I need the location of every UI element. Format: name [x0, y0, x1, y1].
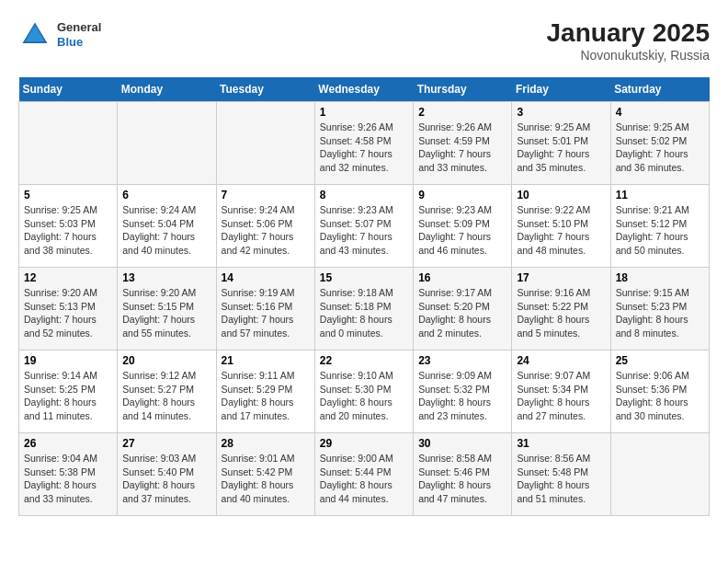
day-detail: Sunrise: 9:20 AMSunset: 5:15 PMDaylight:…: [122, 286, 210, 340]
day-detail: Sunrise: 9:15 AMSunset: 5:23 PMDaylight:…: [616, 286, 704, 340]
calendar-week-row: 19Sunrise: 9:14 AMSunset: 5:25 PMDayligh…: [19, 350, 710, 433]
day-detail: Sunrise: 9:23 AMSunset: 5:07 PMDaylight:…: [320, 203, 408, 258]
day-detail: Sunrise: 9:25 AMSunset: 5:02 PMDaylight:…: [616, 121, 704, 175]
day-number: 13: [122, 271, 210, 284]
svg-marker-1: [25, 25, 45, 41]
calendar-cell: 21Sunrise: 9:11 AMSunset: 5:29 PMDayligh…: [216, 350, 314, 433]
calendar-cell: [610, 433, 709, 516]
weekday-header: Saturday: [610, 77, 709, 102]
calendar-cell: 16Sunrise: 9:17 AMSunset: 5:20 PMDayligh…: [414, 268, 512, 350]
day-detail: Sunrise: 9:23 AMSunset: 5:09 PMDaylight:…: [418, 203, 506, 258]
calendar-cell: 6Sunrise: 9:24 AMSunset: 5:04 PMDaylight…: [118, 185, 216, 268]
weekday-header: Wednesday: [314, 77, 413, 102]
day-detail: Sunrise: 8:56 AMSunset: 5:48 PMDaylight:…: [517, 452, 605, 506]
calendar-cell: 27Sunrise: 9:03 AMSunset: 5:40 PMDayligh…: [118, 433, 216, 516]
calendar-cell: 3Sunrise: 9:25 AMSunset: 5:01 PMDaylight…: [512, 102, 610, 185]
day-detail: Sunrise: 9:09 AMSunset: 5:32 PMDaylight:…: [418, 369, 506, 423]
day-detail: Sunrise: 9:21 AMSunset: 5:12 PMDaylight:…: [616, 203, 704, 258]
calendar-cell: 1Sunrise: 9:26 AMSunset: 4:58 PMDaylight…: [314, 102, 413, 185]
day-detail: Sunrise: 9:11 AMSunset: 5:29 PMDaylight:…: [222, 369, 310, 423]
weekday-header: Monday: [118, 77, 216, 102]
day-detail: Sunrise: 9:26 AMSunset: 4:58 PMDaylight:…: [320, 121, 408, 175]
calendar-cell: 23Sunrise: 9:09 AMSunset: 5:32 PMDayligh…: [414, 350, 512, 433]
calendar-cell: [19, 102, 118, 185]
calendar-cell: 26Sunrise: 9:04 AMSunset: 5:38 PMDayligh…: [19, 433, 118, 516]
day-detail: Sunrise: 9:19 AMSunset: 5:16 PMDaylight:…: [222, 286, 310, 340]
day-number: 1: [320, 106, 408, 119]
weekday-header: Sunday: [19, 77, 118, 102]
calendar-cell: 2Sunrise: 9:26 AMSunset: 4:59 PMDaylight…: [414, 102, 512, 185]
day-number: 9: [418, 189, 506, 201]
calendar-cell: 13Sunrise: 9:20 AMSunset: 5:15 PMDayligh…: [118, 268, 216, 350]
calendar-cell: 15Sunrise: 9:18 AMSunset: 5:18 PMDayligh…: [314, 268, 413, 350]
calendar-cell: 19Sunrise: 9:14 AMSunset: 5:25 PMDayligh…: [19, 350, 118, 433]
weekday-header: Thursday: [414, 77, 512, 102]
logo-text: General Blue: [57, 20, 101, 49]
day-number: 22: [320, 354, 408, 367]
day-number: 23: [418, 354, 506, 367]
calendar-cell: 10Sunrise: 9:22 AMSunset: 5:10 PMDayligh…: [512, 185, 610, 268]
day-number: 16: [418, 271, 506, 284]
calendar-cell: 12Sunrise: 9:20 AMSunset: 5:13 PMDayligh…: [19, 268, 118, 350]
calendar-cell: 28Sunrise: 9:01 AMSunset: 5:42 PMDayligh…: [216, 433, 314, 516]
day-detail: Sunrise: 9:20 AMSunset: 5:13 PMDaylight:…: [24, 286, 112, 340]
calendar-cell: 18Sunrise: 9:15 AMSunset: 5:23 PMDayligh…: [610, 268, 709, 350]
weekday-header-row: SundayMondayTuesdayWednesdayThursdayFrid…: [19, 77, 710, 102]
day-detail: Sunrise: 9:04 AMSunset: 5:38 PMDaylight:…: [24, 452, 112, 506]
day-number: 4: [616, 106, 704, 119]
day-number: 25: [616, 354, 704, 367]
day-detail: Sunrise: 9:25 AMSunset: 5:03 PMDaylight:…: [24, 203, 112, 258]
day-number: 12: [24, 271, 112, 284]
calendar-cell: 31Sunrise: 8:56 AMSunset: 5:48 PMDayligh…: [512, 433, 610, 516]
day-number: 14: [222, 271, 310, 284]
calendar-location: Novonukutskiy, Russia: [547, 48, 710, 63]
day-number: 31: [517, 437, 605, 450]
day-detail: Sunrise: 9:26 AMSunset: 4:59 PMDaylight:…: [418, 121, 506, 175]
day-detail: Sunrise: 9:24 AMSunset: 5:06 PMDaylight:…: [222, 203, 310, 258]
calendar-week-row: 5Sunrise: 9:25 AMSunset: 5:03 PMDaylight…: [19, 185, 710, 268]
day-number: 3: [517, 106, 605, 119]
calendar-cell: [118, 102, 216, 185]
day-number: 11: [616, 189, 704, 201]
day-number: 18: [616, 271, 704, 284]
day-number: 24: [517, 354, 605, 367]
day-detail: Sunrise: 9:03 AMSunset: 5:40 PMDaylight:…: [122, 452, 210, 506]
page-header: General Blue January 2025 Novonukutskiy,…: [18, 18, 710, 63]
weekday-header: Friday: [512, 77, 610, 102]
calendar-title: January 2025: [547, 18, 710, 48]
day-number: 8: [320, 189, 408, 201]
weekday-header: Tuesday: [216, 77, 314, 102]
day-number: 17: [517, 271, 605, 284]
day-number: 27: [122, 437, 210, 450]
calendar-cell: 30Sunrise: 8:58 AMSunset: 5:46 PMDayligh…: [414, 433, 512, 516]
day-number: 7: [222, 189, 310, 201]
calendar-cell: 24Sunrise: 9:07 AMSunset: 5:34 PMDayligh…: [512, 350, 610, 433]
calendar-cell: 25Sunrise: 9:06 AMSunset: 5:36 PMDayligh…: [610, 350, 709, 433]
day-detail: Sunrise: 9:07 AMSunset: 5:34 PMDaylight:…: [517, 369, 605, 423]
day-detail: Sunrise: 9:17 AMSunset: 5:20 PMDaylight:…: [418, 286, 506, 340]
calendar-week-row: 1Sunrise: 9:26 AMSunset: 4:58 PMDaylight…: [19, 102, 710, 185]
calendar-cell: 4Sunrise: 9:25 AMSunset: 5:02 PMDaylight…: [610, 102, 709, 185]
calendar-table: SundayMondayTuesdayWednesdayThursdayFrid…: [18, 77, 710, 516]
day-number: 15: [320, 271, 408, 284]
day-number: 21: [222, 354, 310, 367]
calendar-cell: 8Sunrise: 9:23 AMSunset: 5:07 PMDaylight…: [314, 185, 413, 268]
calendar-cell: 11Sunrise: 9:21 AMSunset: 5:12 PMDayligh…: [610, 185, 709, 268]
day-detail: Sunrise: 9:14 AMSunset: 5:25 PMDaylight:…: [24, 369, 112, 423]
day-number: 10: [517, 189, 605, 201]
logo-general: General: [57, 20, 101, 35]
calendar-cell: 20Sunrise: 9:12 AMSunset: 5:27 PMDayligh…: [118, 350, 216, 433]
day-number: 19: [24, 354, 112, 367]
day-detail: Sunrise: 9:22 AMSunset: 5:10 PMDaylight:…: [517, 203, 605, 258]
calendar-cell: 7Sunrise: 9:24 AMSunset: 5:06 PMDaylight…: [216, 185, 314, 268]
logo-blue: Blue: [57, 35, 101, 50]
calendar-week-row: 26Sunrise: 9:04 AMSunset: 5:38 PMDayligh…: [19, 433, 710, 516]
day-detail: Sunrise: 9:01 AMSunset: 5:42 PMDaylight:…: [222, 452, 310, 506]
calendar-cell: 22Sunrise: 9:10 AMSunset: 5:30 PMDayligh…: [314, 350, 413, 433]
day-number: 26: [24, 437, 112, 450]
day-detail: Sunrise: 9:18 AMSunset: 5:18 PMDaylight:…: [320, 286, 408, 340]
day-number: 6: [122, 189, 210, 201]
calendar-cell: 9Sunrise: 9:23 AMSunset: 5:09 PMDaylight…: [414, 185, 512, 268]
logo-icon: [18, 18, 51, 52]
day-detail: Sunrise: 9:16 AMSunset: 5:22 PMDaylight:…: [517, 286, 605, 340]
